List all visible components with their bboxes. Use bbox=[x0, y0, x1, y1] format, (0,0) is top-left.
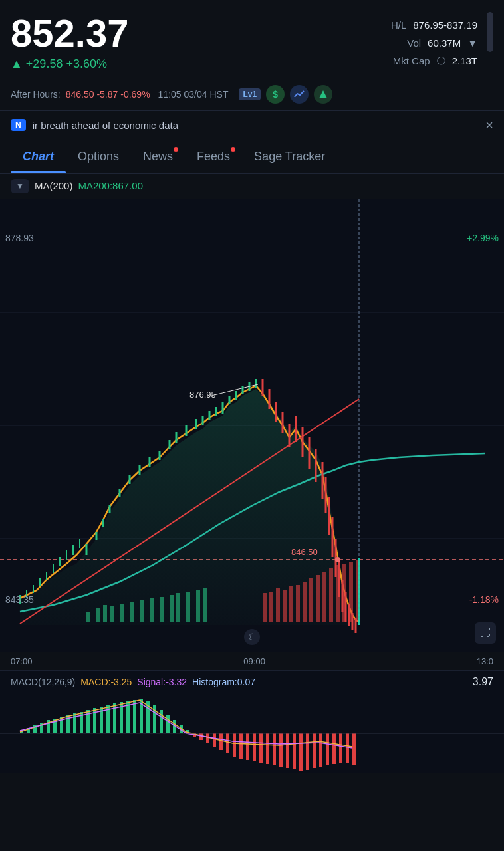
mktcap-label: Mkt Cap bbox=[393, 52, 430, 70]
svg-rect-67 bbox=[170, 595, 174, 622]
svg-rect-63 bbox=[130, 602, 134, 622]
svg-rect-141 bbox=[346, 733, 349, 763]
svg-rect-127 bbox=[253, 733, 256, 761]
mktcap-info-icon: ⓘ bbox=[437, 53, 445, 68]
svg-rect-84 bbox=[342, 564, 346, 622]
green-icon-button[interactable] bbox=[314, 85, 332, 104]
time-label-2: 13:0 bbox=[477, 656, 493, 666]
svg-rect-69 bbox=[186, 592, 190, 622]
svg-rect-59 bbox=[96, 608, 100, 622]
tab-options[interactable]: Options bbox=[66, 140, 131, 173]
svg-rect-128 bbox=[259, 733, 263, 763]
stats-section: H/L 876.95-837.19 Vol 60.37M ▼ Mkt Cap ⓘ… bbox=[391, 12, 477, 70]
svg-rect-60 bbox=[103, 605, 107, 622]
svg-rect-131 bbox=[279, 733, 283, 767]
feeds-dot bbox=[231, 147, 235, 152]
svg-rect-142 bbox=[352, 733, 356, 765]
indicator-dropdown[interactable]: ▼ bbox=[11, 179, 29, 193]
svg-rect-66 bbox=[160, 597, 164, 622]
after-hours-time: 11:05 03/04 HST bbox=[158, 89, 229, 100]
svg-rect-137 bbox=[319, 733, 322, 767]
chart-icon-button[interactable] bbox=[290, 85, 309, 104]
chart-price-labels: 878.93 843.35 bbox=[5, 233, 34, 605]
svg-rect-130 bbox=[273, 733, 276, 765]
macd-svg bbox=[0, 693, 504, 773]
news-badge: N bbox=[11, 119, 26, 131]
news-close-button[interactable]: × bbox=[485, 118, 493, 133]
svg-rect-138 bbox=[326, 733, 329, 765]
svg-rect-125 bbox=[239, 733, 243, 759]
news-text: ir breath ahead of economic data bbox=[33, 120, 479, 131]
svg-rect-140 bbox=[339, 733, 342, 763]
svg-rect-120 bbox=[206, 733, 209, 743]
svg-rect-124 bbox=[233, 733, 236, 757]
pct-high: +2.99% bbox=[467, 233, 499, 243]
svg-text:846.50: 846.50 bbox=[291, 547, 318, 557]
after-hours-price: 846.50 -5.87 -0.69% bbox=[66, 89, 150, 100]
sleep-indicator: ☾ bbox=[244, 629, 260, 645]
svg-rect-126 bbox=[246, 733, 249, 760]
indicator-bar: ▼ MA(200) MA200:867.00 bbox=[0, 174, 504, 199]
svg-rect-76 bbox=[289, 586, 293, 622]
main-chart[interactable]: 878.93 843.35 +2.99% -1.18% bbox=[0, 199, 504, 652]
svg-point-90 bbox=[335, 557, 340, 562]
chart-icon-tab: C bbox=[23, 150, 31, 163]
svg-rect-64 bbox=[140, 600, 144, 622]
svg-rect-74 bbox=[276, 588, 280, 622]
svg-rect-58 bbox=[86, 612, 90, 622]
vol-value: 60.37M bbox=[428, 34, 461, 52]
svg-rect-99 bbox=[66, 715, 70, 733]
svg-rect-108 bbox=[126, 701, 130, 733]
svg-rect-78 bbox=[303, 582, 307, 622]
fullscreen-button[interactable]: ⛶ bbox=[475, 622, 496, 644]
svg-rect-85 bbox=[349, 562, 353, 622]
tab-feeds[interactable]: Feeds bbox=[185, 140, 242, 173]
svg-rect-62 bbox=[120, 604, 124, 622]
dollar-icon-button[interactable]: $ bbox=[266, 85, 285, 104]
svg-rect-61 bbox=[110, 606, 114, 622]
svg-rect-80 bbox=[316, 575, 320, 622]
svg-rect-65 bbox=[150, 598, 154, 622]
svg-rect-75 bbox=[283, 590, 287, 622]
svg-rect-70 bbox=[196, 590, 200, 622]
tab-sage-tracker[interactable]: Sage Tracker bbox=[242, 140, 337, 173]
time-label-0: 07:00 bbox=[11, 656, 33, 666]
vol-dropdown-icon[interactable]: ▼ bbox=[467, 34, 477, 52]
lv1-badge[interactable]: Lv1 bbox=[239, 88, 261, 100]
svg-rect-129 bbox=[266, 733, 269, 764]
time-axis: 07:00 09:00 13:0 bbox=[0, 652, 504, 670]
svg-rect-68 bbox=[176, 593, 180, 622]
svg-marker-0 bbox=[319, 90, 327, 98]
macd-header: MACD(12,26,9) MACD:-3.25 Signal:-3.32 Hi… bbox=[0, 670, 504, 693]
change-pct: +3.60% bbox=[66, 57, 107, 70]
after-hours-bar: After Hours: 846.50 -5.87 -0.69% 11:05 0… bbox=[0, 78, 504, 111]
tab-chart[interactable]: Chart bbox=[11, 140, 66, 173]
svg-rect-132 bbox=[286, 733, 289, 768]
macd-value: MACD:-3.25 bbox=[80, 677, 132, 687]
change-amount: +29.58 bbox=[26, 57, 63, 70]
scrollbar[interactable] bbox=[487, 12, 493, 52]
chart-pct-labels: +2.99% -1.18% bbox=[467, 233, 499, 605]
news-dot bbox=[174, 147, 178, 152]
ma-value: MA200:867.00 bbox=[78, 180, 143, 191]
svg-rect-122 bbox=[219, 733, 223, 750]
svg-rect-134 bbox=[299, 733, 303, 771]
time-label-1: 09:00 bbox=[243, 656, 265, 666]
pct-low: -1.18% bbox=[467, 594, 499, 605]
svg-rect-114 bbox=[166, 715, 170, 733]
tab-news[interactable]: News bbox=[131, 140, 185, 173]
svg-text:876.95: 876.95 bbox=[189, 390, 216, 400]
mktcap-value: 2.13T bbox=[452, 52, 477, 70]
svg-rect-83 bbox=[336, 565, 340, 622]
svg-rect-73 bbox=[269, 592, 273, 622]
main-price: 852.37 bbox=[11, 12, 128, 55]
after-hours-label: After Hours: bbox=[11, 89, 61, 100]
hl-value: 876.95-837.19 bbox=[413, 16, 477, 34]
svg-rect-109 bbox=[133, 700, 136, 733]
svg-rect-79 bbox=[309, 578, 313, 622]
svg-rect-121 bbox=[213, 733, 216, 747]
svg-rect-119 bbox=[199, 733, 203, 740]
news-ticker: N ir breath ahead of economic data × bbox=[0, 111, 504, 140]
svg-rect-82 bbox=[329, 568, 333, 622]
hl-label: H/L bbox=[391, 16, 406, 34]
